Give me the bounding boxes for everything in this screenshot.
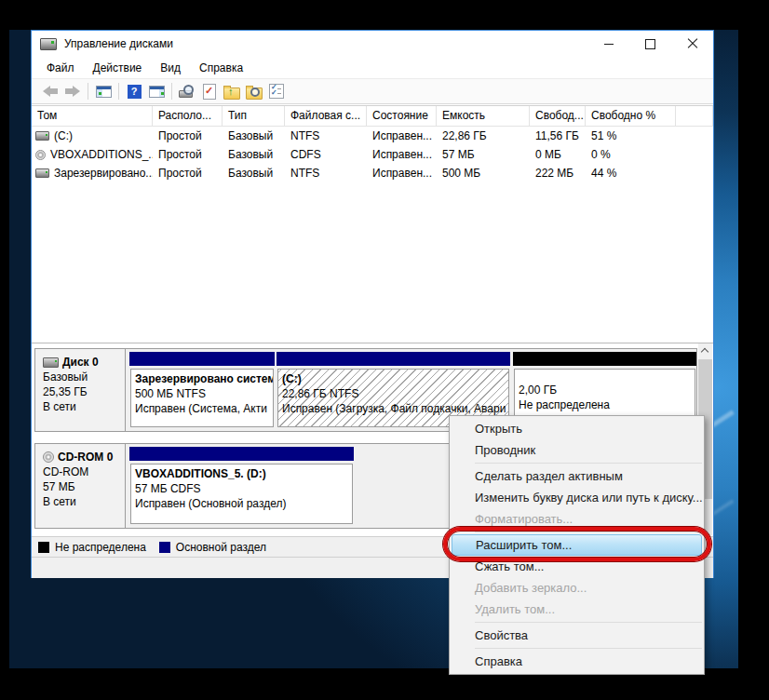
toolbar: [32, 78, 713, 104]
volume-layout: Простой: [153, 167, 223, 180]
help-icon[interactable]: [123, 81, 145, 101]
cd-rom-icon: [43, 451, 54, 463]
menu-item-change-letter[interactable]: Изменить букву диска или путь к диску...: [450, 487, 704, 508]
menu-help[interactable]: Справка: [190, 59, 252, 77]
volume-name: Зарезервировано...: [54, 167, 153, 180]
legend-label: Не распределена: [55, 541, 146, 554]
volume-capacity: 57 МБ: [437, 148, 530, 161]
volume-status: Исправен...: [367, 129, 437, 142]
menu-file[interactable]: Файл: [37, 59, 84, 77]
primary-partition-swatch: [159, 542, 170, 553]
toolbar-separator: [118, 83, 119, 100]
partition-title: Зарезервировано систем: [135, 371, 269, 386]
disk-0-label[interactable]: Диск 0 Базовый 25,35 ГБ В сети: [35, 349, 126, 431]
table-row[interactable]: Зарезервировано... Простой Базовый NTFS …: [32, 164, 713, 182]
disk-volume-icon: [35, 131, 49, 141]
scroll-up-icon[interactable]: [698, 343, 712, 358]
volume-fs: NTFS: [285, 167, 367, 180]
menu-item-explorer[interactable]: Проводник: [450, 439, 704, 461]
volume-status: Исправен...: [367, 167, 437, 180]
window-controls: [587, 31, 713, 57]
menu-separator: [475, 648, 702, 649]
titlebar: Управление дисками: [32, 31, 713, 57]
disk-type: Базовый: [43, 370, 125, 384]
table-row[interactable]: VBOXADDITIONS_... Простой Базовый CDFS И…: [32, 145, 713, 164]
red-oval-annotation: [443, 527, 711, 561]
close-button[interactable]: [671, 31, 713, 57]
partition-title: (C:): [282, 371, 505, 386]
screen: Управление дисками Файл Действие Вид Спр…: [0, 0, 769, 700]
partition-info: 22,86 ГБ NTFS: [282, 386, 505, 401]
partition-system-reserved[interactable]: Зарезервировано систем 500 МБ NTFS Испра…: [129, 352, 275, 427]
volume-list: Том Располо... Тип Файловая с... Состоян…: [32, 105, 713, 343]
cdrom-0-label[interactable]: CD-ROM 0 CD-ROM 57 МБ В сети: [35, 444, 126, 528]
legend-unallocated: Не распределена: [38, 541, 146, 554]
disk-name: CD-ROM 0: [58, 450, 113, 464]
disk-status: В сети: [43, 494, 125, 509]
disk-status: В сети: [43, 399, 125, 414]
show-action-pane-icon[interactable]: [145, 81, 168, 101]
menu-item-mark-active[interactable]: Сделать раздел активным: [450, 465, 704, 487]
folder-search-icon[interactable]: [243, 81, 265, 101]
volume-capacity: 22,86 ГБ: [437, 129, 530, 142]
partition-bar: [129, 447, 354, 461]
volume-type: Базовый: [223, 129, 285, 142]
legend-label: Основной раздел: [176, 541, 266, 554]
column-header-free[interactable]: Свобод...: [530, 106, 586, 126]
partition-bar: [513, 352, 696, 366]
toolbar-separator: [88, 83, 88, 100]
partition-info: 57 МБ CDFS: [135, 481, 348, 496]
column-header-free-pct[interactable]: Свободно %: [586, 106, 676, 126]
back-icon[interactable]: [39, 81, 61, 101]
window-title: Управление дисками: [64, 37, 173, 50]
menu-item-delete-volume: Удалить том...: [450, 599, 704, 620]
rescan-disks-icon[interactable]: [176, 81, 198, 101]
volume-free-pct: 44 %: [586, 167, 676, 180]
unallocated-swatch: [38, 542, 49, 553]
disk-drive-icon: [40, 38, 57, 50]
column-header-blank: [676, 106, 713, 126]
menu-separator: [475, 463, 702, 464]
disk-volume-icon: [35, 168, 49, 178]
volume-name: VBOXADDITIONS_...: [50, 148, 153, 161]
column-header-layout[interactable]: Располо...: [153, 106, 223, 126]
partition-vboxadditions[interactable]: VBOXADDITIONS_5. (D:) 57 МБ CDFS Исправе…: [129, 447, 354, 524]
maximize-icon: [645, 39, 655, 49]
table-row[interactable]: (C:) Простой Базовый NTFS Исправен... 22…: [32, 127, 713, 145]
menu-action[interactable]: Действие: [84, 59, 152, 77]
partition-title: VBOXADDITIONS_5. (D:): [135, 466, 348, 481]
legend-primary-partition: Основной раздел: [159, 541, 266, 554]
column-header-type[interactable]: Тип: [223, 106, 285, 126]
partition-bar: [277, 352, 510, 366]
forward-icon[interactable]: [61, 81, 84, 101]
maximize-button[interactable]: [629, 31, 671, 57]
volume-list-header: Том Располо... Тип Файловая с... Состоян…: [32, 106, 713, 127]
check-document-icon[interactable]: [198, 81, 221, 101]
menu-item-help[interactable]: Справка: [450, 651, 704, 672]
volume-type: Базовый: [223, 148, 285, 161]
column-header-capacity[interactable]: Емкость: [437, 106, 530, 126]
menu-item-properties[interactable]: Свойства: [450, 625, 704, 646]
show-console-tree-icon[interactable]: [92, 81, 115, 101]
volume-type: Базовый: [223, 167, 285, 180]
column-header-status[interactable]: Состояние: [367, 106, 437, 126]
volume-layout: Простой: [153, 129, 223, 142]
properties-list-icon[interactable]: [265, 81, 288, 101]
minimize-button[interactable]: [587, 31, 629, 57]
menu-item-open[interactable]: Открыть: [450, 418, 704, 439]
disk-name: Диск 0: [62, 355, 99, 370]
column-header-volume[interactable]: Том: [32, 106, 153, 126]
close-icon: [687, 38, 698, 49]
volume-fs: CDFS: [285, 148, 367, 161]
toolbar-separator: [171, 83, 172, 100]
folder-up-icon[interactable]: [221, 81, 243, 101]
partition-status: Исправен (Основной раздел): [135, 496, 348, 511]
partition-bar: [129, 352, 275, 366]
volume-free-pct: 0 %: [586, 148, 676, 161]
disk-size: 25,35 ГБ: [43, 384, 125, 399]
menu-view[interactable]: Вид: [151, 59, 190, 77]
volume-free: 11,56 ГБ: [530, 129, 586, 142]
volume-free: 222 МБ: [530, 167, 586, 180]
minimize-icon: [604, 44, 614, 45]
column-header-filesystem[interactable]: Файловая с...: [285, 106, 367, 126]
